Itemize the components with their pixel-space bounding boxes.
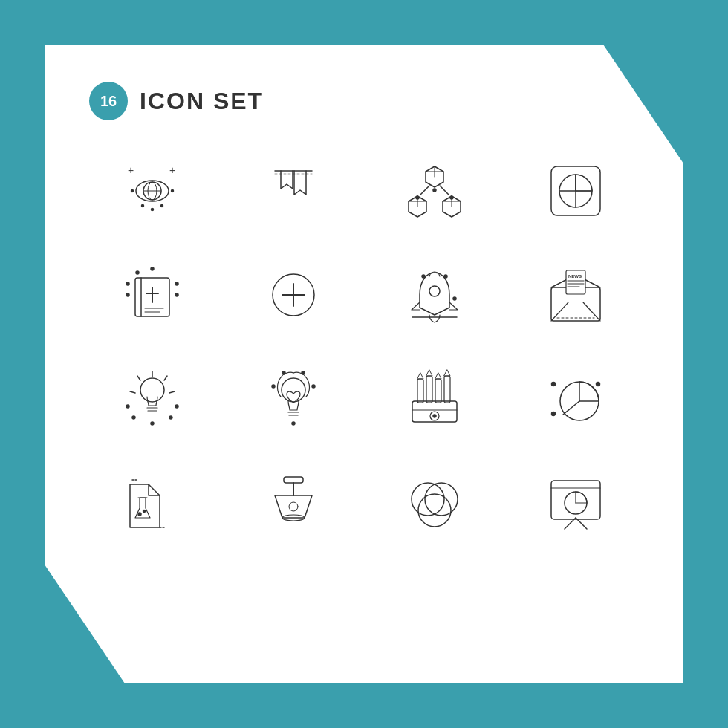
icon-pencils (371, 358, 498, 440)
svg-point-65 (140, 378, 164, 402)
svg-line-22 (420, 186, 429, 195)
svg-point-48 (444, 275, 447, 278)
icon-love-bulb (230, 358, 357, 440)
svg-text:NEWS: NEWS (568, 274, 582, 279)
icon-add-circle (230, 254, 357, 336)
svg-line-61 (164, 376, 167, 380)
svg-point-77 (292, 422, 295, 425)
svg-point-24 (433, 189, 436, 192)
svg-point-25 (416, 196, 419, 199)
icon-lab-file (89, 462, 215, 544)
svg-point-75 (282, 371, 285, 374)
svg-line-23 (440, 186, 449, 195)
svg-point-95 (552, 412, 556, 416)
svg-point-109 (412, 483, 444, 516)
svg-marker-84 (417, 373, 423, 379)
svg-point-32 (126, 293, 129, 296)
icon-pie-grid (513, 150, 639, 232)
svg-point-108 (289, 502, 298, 511)
svg-point-68 (126, 405, 129, 408)
icon-blockchain (371, 150, 498, 232)
icon-idea-bulb (89, 358, 215, 440)
svg-line-62 (169, 391, 175, 393)
icon-pie-chart (513, 358, 639, 440)
main-card: 16 ICON SET + + (45, 45, 683, 683)
svg-point-8 (152, 209, 154, 211)
icon-presentation (513, 462, 639, 544)
svg-point-34 (175, 293, 178, 296)
svg-point-76 (272, 385, 275, 388)
svg-rect-87 (435, 379, 441, 403)
svg-point-93 (552, 383, 556, 386)
badge-number: 16 (89, 82, 128, 120)
svg-point-74 (312, 385, 315, 388)
svg-line-63 (137, 376, 140, 380)
svg-point-92 (433, 415, 436, 417)
svg-point-26 (450, 196, 453, 199)
icon-eye-globe: + + (89, 150, 215, 232)
icon-rocket (371, 254, 498, 336)
svg-text:+: + (128, 164, 134, 176)
svg-point-47 (422, 275, 425, 278)
svg-point-7 (172, 190, 174, 192)
svg-text:+: + (169, 164, 175, 176)
svg-rect-83 (417, 379, 423, 403)
svg-point-49 (453, 297, 456, 300)
icon-news-mail: NEWS (513, 254, 639, 336)
svg-point-36 (151, 267, 154, 270)
svg-point-6 (131, 190, 134, 192)
svg-point-111 (418, 494, 451, 527)
svg-point-94 (597, 383, 600, 386)
svg-point-102 (143, 510, 146, 513)
svg-point-10 (161, 205, 163, 207)
header: 16 ICON SET (89, 82, 639, 120)
svg-rect-85 (426, 376, 432, 403)
svg-point-46 (429, 286, 440, 296)
svg-point-9 (142, 205, 144, 207)
svg-marker-88 (435, 373, 441, 379)
icon-venn-circles (371, 462, 498, 544)
svg-rect-105 (284, 477, 303, 483)
svg-line-99 (563, 401, 579, 415)
svg-point-110 (425, 483, 458, 516)
svg-marker-86 (426, 370, 432, 376)
icon-bible (89, 254, 215, 336)
svg-point-78 (282, 378, 305, 402)
svg-point-72 (151, 422, 154, 425)
svg-point-70 (132, 416, 135, 419)
svg-marker-90 (444, 370, 450, 376)
svg-line-64 (130, 391, 135, 393)
icon-lamp (230, 462, 357, 544)
svg-point-33 (175, 282, 178, 285)
corner-accent-bottom (45, 565, 178, 683)
icon-bookmarks (230, 150, 357, 232)
svg-line-52 (551, 302, 568, 321)
icons-grid: + + (89, 150, 639, 544)
svg-rect-89 (444, 376, 450, 403)
svg-point-101 (138, 513, 141, 516)
svg-point-31 (126, 282, 129, 285)
svg-point-69 (175, 405, 178, 408)
svg-point-73 (302, 371, 305, 374)
svg-point-35 (136, 271, 139, 274)
page-title: ICON SET (140, 88, 264, 115)
svg-point-71 (169, 416, 172, 419)
